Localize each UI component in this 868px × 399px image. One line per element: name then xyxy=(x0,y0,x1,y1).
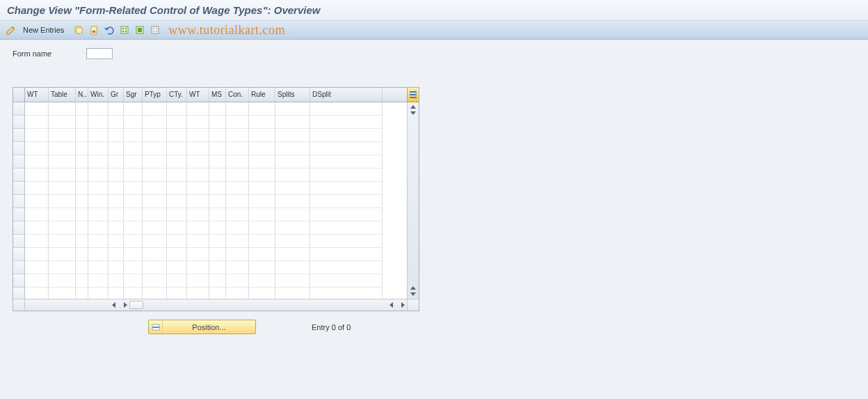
cell[interactable] xyxy=(76,129,88,142)
table-row[interactable] xyxy=(13,248,407,261)
cell[interactable] xyxy=(88,182,108,195)
cell[interactable] xyxy=(167,208,187,221)
cell[interactable] xyxy=(187,261,209,274)
cell[interactable] xyxy=(226,208,249,221)
table-row[interactable] xyxy=(13,155,407,169)
scrollbar-thumb[interactable] xyxy=(129,301,143,309)
cell[interactable] xyxy=(49,208,76,221)
cell[interactable] xyxy=(88,221,108,235)
cell[interactable] xyxy=(249,169,275,182)
cell[interactable] xyxy=(226,261,249,274)
cell[interactable] xyxy=(49,261,76,274)
col-splits[interactable]: Splits xyxy=(275,88,310,102)
cell[interactable] xyxy=(143,195,167,208)
cell[interactable] xyxy=(310,235,383,248)
cell[interactable] xyxy=(76,248,88,261)
cell[interactable] xyxy=(249,182,275,195)
cell[interactable] xyxy=(226,288,249,299)
cell[interactable] xyxy=(143,102,167,116)
table-row[interactable] xyxy=(13,208,407,221)
cell[interactable] xyxy=(25,248,49,261)
cell[interactable] xyxy=(167,235,187,248)
cell[interactable] xyxy=(124,235,143,248)
cell[interactable] xyxy=(49,129,76,142)
table-row[interactable] xyxy=(13,116,407,129)
table-row[interactable] xyxy=(13,288,407,299)
cell[interactable] xyxy=(187,155,209,169)
table-row[interactable] xyxy=(13,169,407,182)
scroll-right-icon[interactable] xyxy=(401,302,405,308)
table-row[interactable] xyxy=(13,221,407,235)
col-rule[interactable]: Rule xyxy=(249,88,275,102)
cell[interactable] xyxy=(167,248,187,261)
cell[interactable] xyxy=(226,169,249,182)
cell[interactable] xyxy=(209,248,226,261)
cell[interactable] xyxy=(108,169,124,182)
cell[interactable] xyxy=(88,208,108,221)
cell[interactable] xyxy=(143,248,167,261)
cell[interactable] xyxy=(88,195,108,208)
cell[interactable] xyxy=(143,142,167,155)
select-block-icon[interactable] xyxy=(134,24,146,36)
cell[interactable] xyxy=(143,208,167,221)
cell[interactable] xyxy=(275,142,310,155)
cell[interactable] xyxy=(25,208,49,221)
row-selector[interactable] xyxy=(13,142,25,155)
cell[interactable] xyxy=(310,208,383,221)
cell[interactable] xyxy=(209,142,226,155)
cell[interactable] xyxy=(49,248,76,261)
cell[interactable] xyxy=(167,142,187,155)
cell[interactable] xyxy=(249,221,275,235)
cell[interactable] xyxy=(209,235,226,248)
cell[interactable] xyxy=(25,155,49,169)
cell[interactable] xyxy=(49,195,76,208)
scroll-right-icon[interactable] xyxy=(124,302,127,308)
cell[interactable] xyxy=(167,288,187,299)
col-wt[interactable]: WT xyxy=(25,88,49,102)
cell[interactable] xyxy=(76,235,88,248)
table-settings-button[interactable] xyxy=(407,88,419,102)
cell[interactable] xyxy=(275,129,310,142)
cell[interactable] xyxy=(25,142,49,155)
row-selector[interactable] xyxy=(13,116,25,129)
cell[interactable] xyxy=(49,182,76,195)
cell[interactable] xyxy=(249,129,275,142)
cell[interactable] xyxy=(310,129,383,142)
cell[interactable] xyxy=(187,142,209,155)
cell[interactable] xyxy=(143,169,167,182)
cell[interactable] xyxy=(108,208,124,221)
row-selector[interactable] xyxy=(13,195,25,208)
cell[interactable] xyxy=(187,221,209,235)
cell[interactable] xyxy=(25,102,49,116)
cell[interactable] xyxy=(310,169,383,182)
scroll-up-icon[interactable] xyxy=(410,286,416,290)
cell[interactable] xyxy=(108,155,124,169)
row-selector[interactable] xyxy=(13,102,25,116)
cell[interactable] xyxy=(187,288,209,299)
cell[interactable] xyxy=(88,248,108,261)
col-win[interactable]: Win. xyxy=(88,88,108,102)
cell[interactable] xyxy=(275,195,310,208)
row-selector-header[interactable] xyxy=(13,88,25,102)
col-ms[interactable]: MS xyxy=(209,88,226,102)
row-selector[interactable] xyxy=(13,169,25,182)
deselect-all-icon[interactable] xyxy=(149,24,161,36)
cell[interactable] xyxy=(49,102,76,116)
col-table[interactable]: Table xyxy=(49,88,76,102)
cell[interactable] xyxy=(187,182,209,195)
select-all-icon[interactable] xyxy=(118,24,131,36)
cell[interactable] xyxy=(275,182,310,195)
cell[interactable] xyxy=(76,155,88,169)
cell[interactable] xyxy=(187,195,209,208)
cell[interactable] xyxy=(25,169,49,182)
cell[interactable] xyxy=(249,102,275,116)
cell[interactable] xyxy=(167,129,187,142)
cell[interactable] xyxy=(76,142,88,155)
cell[interactable] xyxy=(108,221,124,235)
cell[interactable] xyxy=(108,235,124,248)
cell[interactable] xyxy=(167,102,187,116)
cell[interactable] xyxy=(310,142,383,155)
cell[interactable] xyxy=(275,116,310,129)
table-row[interactable] xyxy=(13,129,407,142)
col-con[interactable]: Con. xyxy=(226,88,249,102)
